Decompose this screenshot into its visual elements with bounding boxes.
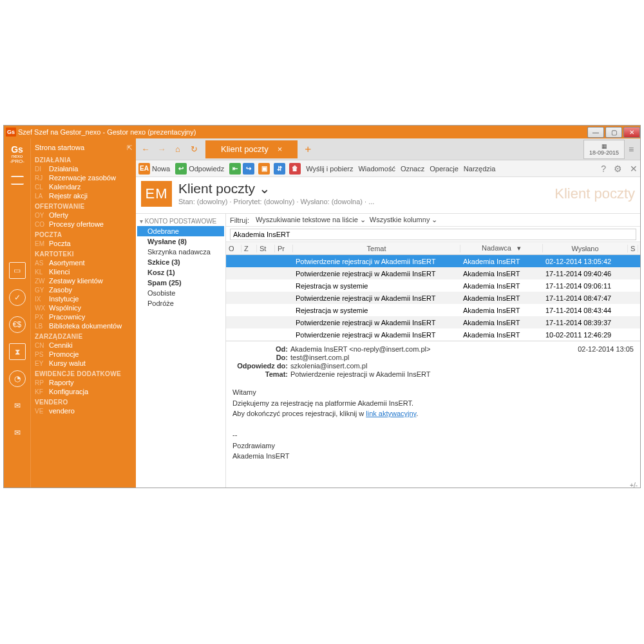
grid-header: O Z St Pr Temat Nadawca ▾ Wysłano S bbox=[226, 242, 640, 255]
folder-item[interactable]: Kosz (1) bbox=[137, 267, 224, 278]
doc-icon[interactable]: ▭ bbox=[9, 262, 26, 279]
nav-refresh[interactable]: ↻ bbox=[187, 142, 201, 156]
page-title[interactable]: Klient poczty ⌄ bbox=[178, 181, 374, 196]
maximize-button[interactable]: ▢ bbox=[605, 127, 622, 138]
col-wyslano[interactable]: Wysłano bbox=[543, 245, 628, 252]
col-z[interactable]: Z bbox=[242, 245, 257, 252]
nav-item[interactable]: CNCenniki bbox=[31, 341, 136, 350]
ghost-title: Klient poczty bbox=[554, 185, 635, 202]
col-nadawca[interactable]: Nadawca ▾ bbox=[460, 244, 543, 252]
date-widget[interactable]: ▦ 18-09-2015 bbox=[583, 140, 625, 159]
clock-icon[interactable]: ◔ bbox=[9, 370, 26, 387]
mail-row[interactable]: Potwierdzenie rejestracji w Akademii Ins… bbox=[226, 316, 640, 328]
close-button[interactable]: ✕ bbox=[623, 127, 640, 138]
nav-item[interactable]: KFKonfiguracja bbox=[31, 387, 136, 396]
overflow-menu[interactable]: ≡ bbox=[625, 144, 638, 155]
mail-icon[interactable]: ✉ bbox=[9, 424, 26, 441]
mark-menu[interactable]: Oznacz bbox=[401, 165, 424, 173]
nav-fwd[interactable]: → bbox=[155, 142, 169, 156]
tab-close-icon[interactable]: × bbox=[278, 144, 283, 154]
filter-mode[interactable]: Wyszukiwanie tekstowe na liście ⌄ bbox=[256, 216, 366, 224]
nav-item[interactable]: IXInstytucje bbox=[31, 294, 136, 303]
toggle-pm[interactable]: +/- bbox=[630, 482, 638, 488]
reply-button[interactable]: ↩Odpowiedz bbox=[175, 163, 224, 175]
filter-columns[interactable]: Wszystkie kolumny ⌄ bbox=[370, 216, 438, 224]
nav-item[interactable]: DIDziałania bbox=[31, 164, 136, 173]
nav-item[interactable]: CLKalendarz bbox=[31, 182, 136, 191]
nav-item[interactable]: PSPromocje bbox=[31, 350, 136, 359]
nav-item[interactable]: ZWZestawy klientów bbox=[31, 276, 136, 285]
logo: Gs nexo -PRO- bbox=[10, 138, 24, 171]
module-badge: EM bbox=[141, 181, 172, 207]
col-s[interactable]: S bbox=[628, 245, 638, 252]
archive-icon[interactable]: ▣ bbox=[258, 163, 270, 175]
tools-menu[interactable]: Narzędzia bbox=[464, 165, 496, 173]
calendar-icon: ▦ bbox=[601, 143, 607, 149]
activation-link[interactable]: link aktywacyjny bbox=[366, 410, 416, 417]
breadcrumb[interactable]: Stan: (dowolny) · Priorytet: (dowolny) ·… bbox=[178, 198, 374, 205]
message-menu[interactable]: Wiadomość bbox=[358, 165, 395, 173]
send-receive-button[interactable]: Wyślij i pobierz bbox=[306, 165, 353, 173]
nav-item[interactable]: VEvendero bbox=[31, 406, 136, 415]
sidebar: Gs nexo -PRO- ▭ ✓ €$ ⧗ ◔ ✉ ✉ Strona star… bbox=[4, 138, 136, 488]
nav-item[interactable]: KLKlienci bbox=[31, 267, 136, 276]
mail-row[interactable]: Rejestracja w systemieAkademia InsERT17-… bbox=[226, 279, 640, 292]
delete-icon[interactable]: 🗑 bbox=[289, 163, 301, 175]
nav-item[interactable]: LBBiblioteka dokumentów bbox=[31, 321, 136, 330]
nav-category: POCZTA bbox=[31, 229, 136, 239]
help-icon[interactable]: ? bbox=[601, 164, 606, 174]
nav-category: VENDERO bbox=[31, 396, 136, 406]
new-button[interactable]: EANowa bbox=[138, 163, 170, 175]
account-header[interactable]: ▾ KONTO PODSTAWOWE bbox=[137, 216, 224, 226]
nav-item[interactable]: RJRezerwacje zasobów bbox=[31, 173, 136, 182]
nav-category: OFERTOWANIE bbox=[31, 200, 136, 211]
mail-out-icon[interactable]: ✉ bbox=[9, 397, 26, 414]
reply-all-icon[interactable]: ⇤ bbox=[229, 163, 241, 175]
calendar-icon[interactable]: ⧗ bbox=[9, 343, 26, 360]
mail-row[interactable]: Potwierdzenie rejestracji w Akademii Ins… bbox=[226, 328, 640, 341]
nav-item[interactable]: OYOferty bbox=[31, 211, 136, 220]
folder-tree: ▾ KONTO PODSTAWOWE OdebraneWysłane (8)Sk… bbox=[136, 214, 226, 488]
mail-row[interactable]: Potwierdzenie rejestracji w Akademii Ins… bbox=[226, 292, 640, 304]
mail-row[interactable]: Potwierdzenie rejestracji w Akademii Ins… bbox=[226, 255, 640, 267]
menu-icon[interactable] bbox=[11, 176, 24, 185]
nav-item[interactable]: RPRaporty bbox=[31, 378, 136, 387]
nav-home[interactable]: ⌂ bbox=[171, 142, 185, 156]
folder-item[interactable]: Skrzynka nadawcza bbox=[137, 247, 224, 257]
col-temat[interactable]: Temat bbox=[293, 245, 460, 252]
nav-back[interactable]: ← bbox=[138, 142, 153, 156]
folder-item[interactable]: Wysłane (8) bbox=[137, 236, 224, 247]
nav-item[interactable]: GYZasoby bbox=[31, 285, 136, 294]
folder-item[interactable]: Odebrane bbox=[137, 226, 224, 236]
tab-active[interactable]: Klient poczty× bbox=[205, 140, 298, 158]
folder-item[interactable]: Szkice (3) bbox=[137, 257, 224, 267]
move-icon[interactable]: ⇵ bbox=[274, 163, 285, 175]
mail-row[interactable]: Rejestracja w systemieAkademia InsERT17-… bbox=[226, 304, 640, 316]
nav-item[interactable]: ASAsortyment bbox=[31, 258, 136, 267]
pin-icon[interactable]: ⇱ bbox=[127, 144, 132, 151]
operations-menu[interactable]: Operacje bbox=[430, 165, 459, 173]
col-pr[interactable]: Pr bbox=[275, 245, 293, 252]
nav-item[interactable]: WXWspólnicy bbox=[31, 303, 136, 312]
nav-item[interactable]: EMPoczta bbox=[31, 239, 136, 248]
mail-row[interactable]: Potwierdzenie rejestracji w Akademii Ins… bbox=[226, 267, 640, 279]
folder-item[interactable]: Spam (25) bbox=[137, 278, 224, 288]
check-icon[interactable]: ✓ bbox=[9, 289, 26, 306]
nav-item[interactable]: PXPracownicy bbox=[31, 312, 136, 321]
minimize-button[interactable]: — bbox=[587, 127, 604, 138]
tab-add[interactable]: + bbox=[300, 143, 316, 156]
folder-item[interactable]: Osobiste bbox=[137, 288, 224, 298]
money-icon[interactable]: €$ bbox=[9, 316, 26, 333]
folder-item[interactable]: Podróże bbox=[137, 298, 224, 308]
gear-icon[interactable]: ⚙ bbox=[614, 164, 622, 174]
nav-item[interactable]: COProcesy ofertowe bbox=[31, 220, 136, 229]
nav-item[interactable]: EYKursy walut bbox=[31, 359, 136, 368]
icon-column: Gs nexo -PRO- ▭ ✓ €$ ⧗ ◔ ✉ ✉ bbox=[4, 138, 31, 488]
search-input[interactable] bbox=[230, 229, 636, 240]
col-st[interactable]: St bbox=[257, 245, 275, 252]
nav-item[interactable]: LARejestr akcji bbox=[31, 191, 136, 200]
close-pane-icon[interactable]: ✕ bbox=[630, 164, 638, 174]
col-o[interactable]: O bbox=[226, 245, 242, 252]
nav-home[interactable]: Strona startowa⇱ bbox=[31, 141, 136, 154]
forward-icon[interactable]: ↪ bbox=[243, 163, 254, 175]
